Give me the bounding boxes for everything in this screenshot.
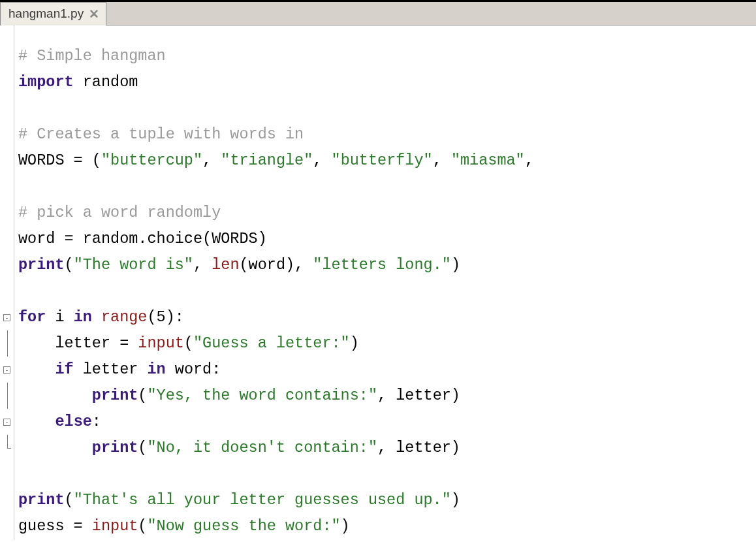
close-icon[interactable]: ✕	[89, 7, 99, 22]
code-token	[18, 387, 92, 404]
gutter-blank	[0, 487, 14, 513]
code-token: import	[18, 73, 74, 91]
code-token: (word),	[240, 256, 313, 274]
fold-toggle[interactable]: -	[0, 357, 14, 383]
code-token: "No, it doesn't contain:"	[147, 439, 377, 456]
code-token	[92, 308, 101, 326]
code-token: , letter)	[377, 387, 460, 404]
code-line[interactable]	[18, 278, 756, 304]
code-token: (	[65, 256, 74, 274]
editor-container: --- # Simple hangmanimport random # Crea…	[0, 25, 756, 540]
fold-toggle[interactable]: -	[0, 304, 14, 330]
code-token: "Yes, the word contains:"	[147, 387, 377, 404]
gutter-blank	[0, 148, 14, 174]
code-token: (	[184, 334, 193, 352]
code-token: ,	[202, 151, 221, 169]
code-token: "That's all your letter guesses used up.…	[74, 491, 451, 509]
code-token: , letter)	[377, 439, 460, 456]
code-token: len	[212, 256, 239, 274]
code-token: # Simple hangman	[18, 47, 166, 65]
code-token: print	[18, 256, 65, 274]
code-token: "buttercup"	[101, 151, 202, 169]
code-token: else	[55, 413, 91, 430]
code-token	[18, 439, 92, 456]
code-token: i	[46, 308, 73, 326]
code-token: ,	[193, 256, 212, 274]
fold-toggle[interactable]: -	[0, 409, 14, 435]
code-line[interactable]: # Creates a tuple with words in	[18, 121, 756, 148]
code-line[interactable]	[18, 174, 756, 200]
fold-gutter[interactable]: ---	[0, 25, 14, 540]
tab-bar: hangman1.py ✕	[0, 2, 756, 25]
code-token: input	[138, 334, 184, 352]
code-line[interactable]: word = random.choice(WORDS)	[18, 226, 756, 252]
code-token: WORDS = (	[18, 151, 101, 169]
code-token: )	[350, 334, 359, 352]
code-token: letter =	[18, 334, 138, 352]
code-token: :	[92, 413, 101, 430]
code-token: in	[74, 308, 92, 326]
code-token: "miasma"	[451, 151, 525, 169]
code-token: ,	[313, 151, 331, 169]
code-line[interactable]: if letter in word:	[18, 357, 756, 383]
code-line[interactable]	[18, 95, 756, 121]
code-token: print	[92, 387, 138, 404]
code-line[interactable]: print("No, it doesn't contain:", letter)	[18, 435, 756, 461]
code-line[interactable]: else:	[18, 409, 756, 435]
code-token: letter	[74, 360, 148, 378]
code-token: (	[138, 387, 147, 404]
code-token: (	[65, 491, 74, 509]
code-token: for	[18, 308, 46, 326]
code-line[interactable]: print("Yes, the word contains:", letter)	[18, 383, 756, 409]
gutter-blank	[0, 226, 14, 252]
code-line[interactable]: print("The word is", len(word), "letters…	[18, 252, 756, 278]
code-line[interactable]: # pick a word randomly	[18, 200, 756, 226]
code-token: "Guess a letter:"	[193, 334, 350, 352]
code-token: )	[341, 517, 350, 535]
code-token: "letters long."	[313, 256, 451, 274]
gutter-blank	[0, 278, 14, 304]
code-line[interactable]: WORDS = ("buttercup", "triangle", "butte…	[18, 148, 756, 174]
code-line[interactable]: guess = input("Now guess the word:")	[18, 513, 756, 539]
gutter-blank	[0, 513, 14, 539]
gutter-blank	[0, 252, 14, 278]
code-token: ,	[525, 151, 534, 169]
gutter-blank	[0, 200, 14, 226]
code-token: # Creates a tuple with words in	[18, 125, 304, 143]
code-token: range	[101, 308, 148, 326]
code-line[interactable]: # Simple hangman	[18, 43, 756, 69]
code-token: (5):	[147, 308, 183, 326]
code-token: ,	[433, 151, 451, 169]
code-token: word = random.choice(WORDS)	[18, 230, 267, 247]
code-token: "butterfly"	[332, 151, 433, 169]
file-tab[interactable]: hangman1.py ✕	[0, 2, 106, 25]
code-token: guess =	[18, 517, 92, 535]
code-token	[18, 413, 55, 430]
gutter-blank	[0, 43, 14, 69]
code-token: print	[18, 491, 65, 509]
code-token: random	[74, 73, 138, 91]
code-line[interactable]	[18, 461, 756, 487]
code-line[interactable]: letter = input("Guess a letter:")	[18, 330, 756, 357]
fold-guide	[0, 383, 14, 409]
code-token: word:	[166, 360, 221, 378]
gutter-blank	[0, 69, 14, 95]
code-token: (	[138, 517, 147, 535]
code-token: "triangle"	[221, 151, 313, 169]
code-line[interactable]: print("That's all your letter guesses us…	[18, 487, 756, 513]
code-line[interactable]: for i in range(5):	[18, 304, 756, 330]
fold-guide	[0, 330, 14, 357]
code-token: in	[147, 360, 165, 378]
code-area[interactable]: # Simple hangmanimport random # Creates …	[14, 25, 756, 540]
code-token: input	[92, 517, 138, 535]
code-token: )	[451, 256, 460, 274]
code-token	[18, 360, 55, 378]
fold-guide-end	[0, 435, 14, 461]
code-line[interactable]: import random	[18, 69, 756, 95]
code-token: )	[451, 491, 460, 509]
gutter-blank	[0, 121, 14, 148]
code-token: if	[55, 360, 73, 378]
tab-filename: hangman1.py	[8, 7, 84, 21]
code-token: "Now guess the word:"	[147, 517, 340, 535]
gutter-blank	[0, 95, 14, 121]
